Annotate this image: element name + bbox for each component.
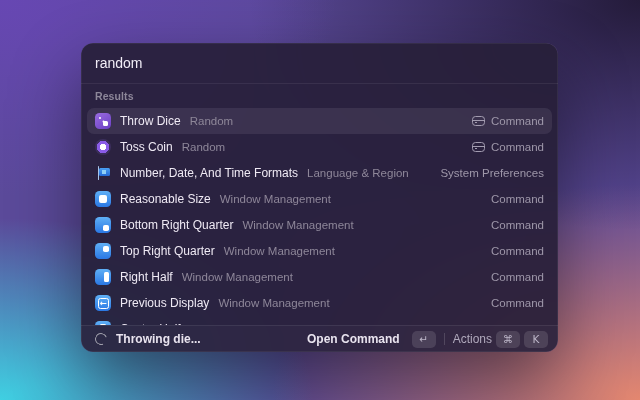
coin-icon: [95, 139, 111, 155]
result-accessory: Command: [491, 297, 544, 309]
window-position-shape: [100, 324, 106, 325]
result-row[interactable]: Throw DiceRandomCommand: [87, 108, 552, 134]
window-top-right-icon: [95, 243, 111, 259]
return-key-badge: ↵: [412, 331, 436, 348]
flag-icon: [95, 165, 111, 181]
footer-actions: Open Command ↵ Actions ⌘K: [307, 331, 548, 348]
window-position-shape: [99, 195, 107, 203]
result-type-label: System Preferences: [440, 167, 544, 179]
result-type-label: Command: [491, 115, 544, 127]
result-title: Top Right Quarter: [120, 244, 215, 258]
result-row[interactable]: Right HalfWindow ManagementCommand: [87, 264, 552, 290]
result-row[interactable]: Toss CoinRandomCommand: [87, 134, 552, 160]
result-title: Reasonable Size: [120, 192, 211, 206]
result-title: Bottom Right Quarter: [120, 218, 233, 232]
result-subtitle: Random: [190, 115, 233, 127]
result-title: Toss Coin: [120, 140, 173, 154]
result-row[interactable]: Bottom Right QuarterWindow ManagementCom…: [87, 212, 552, 238]
result-subtitle: Window Management: [182, 271, 293, 283]
result-row[interactable]: Center HalfWindow ManagementCommand: [87, 316, 552, 325]
actions-button[interactable]: Actions: [453, 332, 492, 346]
command-icon: [472, 116, 485, 126]
results-header-label: Results: [95, 90, 134, 102]
result-title: Number, Date, And Time Formats: [120, 166, 298, 180]
open-command-button[interactable]: Open Command: [307, 332, 400, 346]
result-accessory: Command: [472, 115, 544, 127]
result-row[interactable]: Reasonable SizeWindow ManagementCommand: [87, 186, 552, 212]
result-title: Throw Dice: [120, 114, 181, 128]
result-accessory: System Preferences: [440, 167, 544, 179]
result-row[interactable]: Top Right QuarterWindow ManagementComman…: [87, 238, 552, 264]
search-bar: [81, 43, 558, 84]
result-subtitle: Random: [182, 141, 225, 153]
result-subtitle: Window Management: [224, 245, 335, 257]
window-bottom-right-icon: [95, 217, 111, 233]
result-subtitle: Window Management: [242, 219, 353, 231]
actions-shortcut-keys: ⌘K: [496, 331, 548, 348]
result-accessory: Command: [491, 245, 544, 257]
dice-icon: [95, 113, 111, 129]
result-accessory: Command: [491, 271, 544, 283]
window-center-half-icon: [95, 321, 111, 325]
result-type-label: Command: [491, 219, 544, 231]
results-list: Throw DiceRandomCommandToss CoinRandomCo…: [81, 108, 558, 325]
window-center-icon: [95, 191, 111, 207]
result-title: Right Half: [120, 270, 173, 284]
result-type-label: Command: [491, 271, 544, 283]
result-type-label: Command: [491, 297, 544, 309]
result-accessory: Command: [491, 193, 544, 205]
result-type-label: Command: [491, 141, 544, 153]
result-row[interactable]: Number, Date, And Time FormatsLanguage &…: [87, 160, 552, 186]
window-position-shape: [103, 225, 109, 231]
arrow-left-icon: [95, 295, 111, 311]
result-type-label: Command: [491, 245, 544, 257]
loading-spinner-icon: [93, 331, 109, 347]
launcher-window: Results Throw DiceRandomCommandToss Coin…: [81, 43, 558, 352]
result-subtitle: Window Management: [218, 297, 329, 309]
window-position-shape: [104, 272, 109, 282]
result-type-label: Command: [491, 193, 544, 205]
result-subtitle: Window Management: [220, 193, 331, 205]
window-right-half-icon: [95, 269, 111, 285]
command-icon: [472, 142, 485, 152]
result-accessory: Command: [491, 219, 544, 231]
window-position-shape: [103, 246, 109, 252]
result-row[interactable]: Previous DisplayWindow ManagementCommand: [87, 290, 552, 316]
status-bar: Throwing die... Open Command ↵ Actions ⌘…: [81, 325, 558, 352]
results-section-header: Results: [81, 84, 558, 108]
result-subtitle: Language & Region: [307, 167, 409, 179]
shortcut-key-badge: ⌘: [496, 331, 520, 348]
footer-divider: [444, 333, 445, 345]
result-title: Previous Display: [120, 296, 209, 310]
result-accessory: Command: [472, 141, 544, 153]
shortcut-key-badge: K: [524, 331, 548, 348]
search-input[interactable]: [95, 55, 544, 71]
status-text: Throwing die...: [116, 332, 201, 346]
